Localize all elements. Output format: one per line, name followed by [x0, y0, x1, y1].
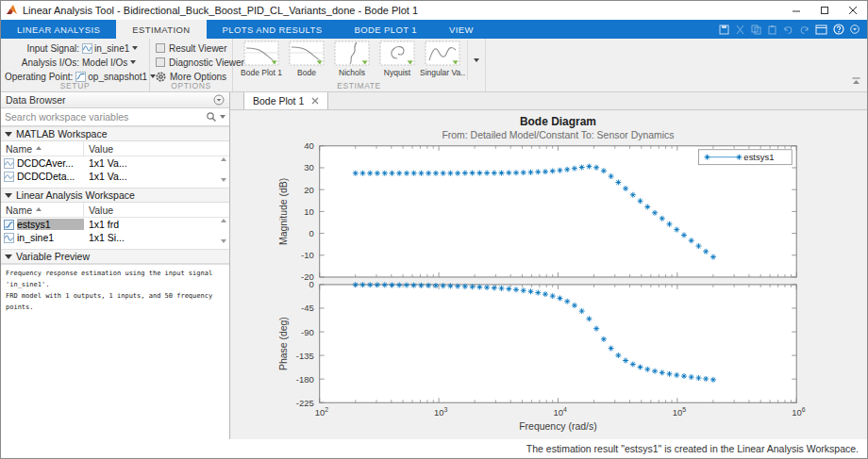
- column-header-name[interactable]: Name: [1, 203, 84, 217]
- matlab-variable-icon: [4, 172, 14, 182]
- column-header-name[interactable]: Name: [1, 141, 84, 156]
- singular-values-gallery-icon: [425, 41, 460, 66]
- undo-icon[interactable]: [783, 25, 793, 35]
- tab-bode-plot-1[interactable]: BODE PLOT 1: [338, 20, 433, 39]
- matlab-app-icon: [6, 5, 18, 16]
- nichols-gallery-icon: [334, 41, 370, 66]
- window-controls: [782, 1, 867, 20]
- svg-text:-10: -10: [301, 250, 314, 260]
- help-icon[interactable]: [833, 24, 844, 35]
- estimate-bode-button[interactable]: Bode: [284, 41, 329, 80]
- preview-line: Frequency response estimation using the …: [6, 269, 225, 291]
- table-row[interactable]: DCDCAver... 1x1 Va...: [1, 156, 229, 170]
- status-message: The estimation result "estsys1" is creat…: [526, 443, 859, 454]
- scroll-up-icon[interactable]: [220, 156, 227, 162]
- svg-text:-180: -180: [296, 374, 314, 385]
- doc-tab-bode-plot-1[interactable]: Bode Plot 1: [243, 91, 328, 109]
- estimate-nichols-button[interactable]: Nichols: [329, 41, 375, 80]
- tab-view[interactable]: VIEW: [433, 20, 490, 39]
- dropdown-caret-icon[interactable]: [132, 46, 138, 50]
- document-area: Bode Plot 1 Bode DiagramFrom: Detailed M…: [230, 92, 867, 439]
- maximize-button[interactable]: [810, 1, 839, 20]
- sort-ascending-icon: [35, 145, 42, 152]
- close-tab-icon[interactable]: [311, 97, 319, 105]
- svg-text:103: 103: [434, 406, 448, 418]
- window-title: Linear Analysis Tool - Bidirectional_Buc…: [23, 5, 418, 16]
- setup-section-caption: SETUP: [1, 81, 149, 91]
- table-row-estsys1[interactable]: estsys1 1x1 frd: [1, 218, 229, 231]
- svg-text:-225: -225: [296, 398, 314, 408]
- svg-text:-135: -135: [296, 351, 314, 361]
- tab-plots-and-results[interactable]: PLOTS AND RESULTS: [207, 20, 339, 39]
- input-signal-dropdown[interactable]: in_sine1: [94, 43, 129, 54]
- dropdown-caret-icon: [474, 58, 479, 62]
- svg-text:102: 102: [315, 406, 329, 418]
- estimate-section-caption: ESTIMATE: [233, 81, 485, 91]
- scrollbar[interactable]: [218, 218, 228, 244]
- column-header-value[interactable]: Value: [84, 205, 229, 216]
- linear-analysis-workspace-section-header[interactable]: Linear Analysis Workspace: [1, 188, 229, 203]
- nyquist-gallery-icon: [379, 41, 415, 66]
- operating-point-dropdown[interactable]: op_snapshot1: [88, 72, 147, 82]
- operating-point-icon: [75, 72, 86, 82]
- bode-figure[interactable]: Bode DiagramFrom: Detailed Model/Constan…: [230, 110, 867, 439]
- svg-text:Frequency (rad/s): Frequency (rad/s): [519, 421, 596, 432]
- section-setup: Input Signal: in_sine1 Analysis I/Os: Mo…: [1, 39, 150, 91]
- signal-icon: [4, 233, 14, 243]
- scroll-down-icon[interactable]: [220, 177, 227, 183]
- tab-estimation[interactable]: ESTIMATION: [116, 20, 206, 39]
- linear-analysis-workspace-table: Name Value estsys1 1x1 frd in_sine1 1x1 …: [1, 203, 229, 249]
- svg-text:Bode Diagram: Bode Diagram: [520, 115, 596, 128]
- preview-line: FRD model with 1 outputs, 1 inputs, and …: [6, 291, 225, 314]
- dropdown-caret-icon[interactable]: [130, 60, 136, 64]
- variable-preview-section-header[interactable]: Variable Preview: [1, 249, 229, 264]
- copy-icon[interactable]: [751, 25, 761, 35]
- matlab-workspace-section-header[interactable]: MATLAB Workspace: [1, 126, 229, 141]
- layout-window-icon[interactable]: [815, 25, 827, 35]
- more-dropdown-icon[interactable]: [850, 25, 860, 34]
- frd-result-icon: [4, 220, 14, 230]
- scroll-up-icon[interactable]: [220, 218, 227, 223]
- close-button[interactable]: [839, 1, 867, 20]
- checkbox-icon[interactable]: [156, 43, 165, 53]
- analysis-ios-dropdown[interactable]: Model I/Os: [82, 57, 127, 68]
- column-header-value[interactable]: Value: [84, 143, 229, 155]
- titlebar: Linear Analysis Tool - Bidirectional_Buc…: [1, 1, 867, 20]
- estimate-nyquist-button[interactable]: Nyquist: [375, 41, 420, 80]
- svg-text:Phase (deg): Phase (deg): [278, 317, 289, 370]
- checkbox-icon[interactable]: [156, 57, 165, 67]
- save-icon[interactable]: [719, 25, 729, 35]
- sort-ascending-icon: [35, 206, 42, 213]
- scrollbar[interactable]: [218, 156, 228, 183]
- tab-linear-analysis[interactable]: LINEAR ANALYSIS: [1, 20, 116, 39]
- bode-diagram-plot[interactable]: Bode DiagramFrom: Detailed Model/Constan…: [230, 110, 867, 439]
- minimize-button[interactable]: [782, 1, 810, 20]
- linear-analysis-tool-window: Linear Analysis Tool - Bidirectional_Buc…: [0, 0, 868, 459]
- estimate-bode-plot-1-button[interactable]: Bode Plot 1: [239, 41, 284, 80]
- svg-text:105: 105: [673, 406, 687, 418]
- estimate-gallery-dropdown[interactable]: [467, 41, 482, 80]
- redo-icon[interactable]: [799, 25, 810, 35]
- collapse-ribbon-button[interactable]: [851, 73, 861, 90]
- section-options: Result Viewer Diagnostic Viewer More Opt…: [150, 39, 233, 91]
- collapse-triangle-icon: [5, 132, 12, 137]
- collapse-triangle-icon: [5, 254, 12, 259]
- paste-icon[interactable]: [767, 25, 777, 35]
- table-row-in-sine1[interactable]: in_sine1 1x1 Si...: [1, 231, 229, 244]
- bode-plot-gallery-icon: [243, 41, 279, 66]
- scroll-down-icon[interactable]: [220, 238, 227, 244]
- table-row[interactable]: DCDCDeta... 1x1 Va...: [1, 170, 229, 183]
- diagnostic-viewer-checkbox[interactable]: Diagnostic Viewer: [154, 56, 228, 69]
- data-browser-panel: Data Browser MATLAB Workspace: [1, 92, 230, 439]
- estimate-singular-values-button[interactable]: Singular Va..: [420, 41, 465, 80]
- search-icon[interactable]: [206, 111, 217, 123]
- search-input[interactable]: [5, 111, 206, 123]
- search-options-caret-icon[interactable]: [220, 115, 225, 119]
- panel-menu-button[interactable]: [213, 94, 225, 106]
- ribbon-estimation: Input Signal: in_sine1 Analysis I/Os: Mo…: [1, 39, 867, 92]
- result-viewer-checkbox[interactable]: Result Viewer: [154, 41, 228, 55]
- svg-text:From: Detailed Model/Constant: From: Detailed Model/Constant To: Sensor…: [442, 130, 674, 140]
- cut-icon[interactable]: [735, 25, 745, 35]
- data-browser-header: Data Browser: [1, 92, 229, 108]
- matlab-variable-icon: [4, 158, 14, 169]
